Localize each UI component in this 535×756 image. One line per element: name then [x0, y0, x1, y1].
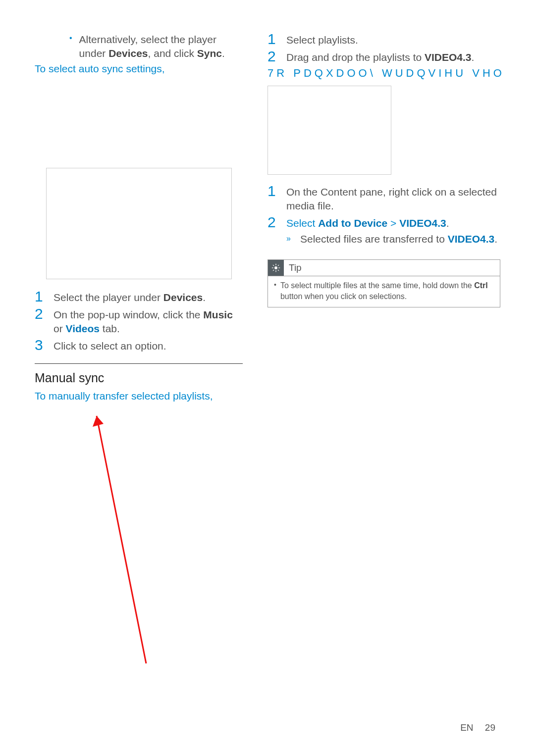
- step-text: Click to select an option.: [54, 338, 166, 353]
- text: Drag and drop the playlists to: [286, 51, 425, 63]
- step-number: 1: [268, 32, 286, 47]
- step-number: 2: [268, 215, 286, 230]
- keyword-music: Music: [203, 309, 233, 320]
- lead-manual-transfer: To manually transfer selected playlists,: [35, 390, 243, 402]
- step-number: 2: [268, 49, 286, 64]
- step-2: 2 On the pop-up window, click the Music …: [35, 306, 243, 335]
- tip-icon: [268, 260, 284, 276]
- text: tab.: [100, 323, 120, 334]
- footer-language: EN: [460, 722, 473, 733]
- text: button when you click on selections.: [280, 292, 407, 301]
- text: .: [472, 51, 475, 63]
- step-1: 1 Select the player under Devices.: [35, 289, 243, 304]
- figure-placeholder-left: [46, 168, 232, 279]
- text: .: [494, 233, 497, 245]
- step-3: 3 Click to select an option.: [35, 338, 243, 353]
- keyword-video43: VIDEO4.3: [448, 233, 495, 245]
- step-text: On the Content pane, right click on a se…: [286, 184, 500, 212]
- bullet-item: • Alternatively, select the player under…: [69, 33, 243, 60]
- keyword-devices: Devices: [108, 48, 148, 59]
- step-number: 1: [268, 184, 286, 199]
- keyword-video43: VIDEO4.3: [425, 51, 472, 63]
- text: , and click: [148, 48, 197, 59]
- tip-box: Tip • To select multiple files at the sa…: [268, 259, 500, 307]
- spacer: [35, 79, 243, 163]
- step-text: Select playlists.: [286, 32, 358, 47]
- keyword-devices: Devices: [163, 292, 203, 303]
- right-column: 1 Select playlists. 2 Drag and drop the …: [268, 30, 500, 406]
- step-number: 3: [35, 338, 54, 353]
- bullet-text: Alternatively, select the player under D…: [79, 33, 243, 60]
- text: Selected files are transferred to: [300, 233, 448, 245]
- bullet-dot-icon: •: [274, 280, 276, 290]
- tip-body: • To select multiple files at the same t…: [268, 276, 500, 306]
- section-separator: [35, 363, 243, 364]
- text: .: [446, 217, 449, 229]
- text: .: [203, 292, 206, 303]
- svg-point-0: [274, 266, 277, 269]
- text: On the pop-up window, click the: [54, 309, 203, 320]
- subheading-manual-sync: Manual sync: [35, 371, 243, 385]
- keyword-video43: VIDEO4.3: [399, 217, 446, 229]
- step-number: 2: [35, 306, 54, 321]
- footer-page-number: 29: [485, 722, 495, 733]
- step-text: Select Add to Device > VIDEO4.3.: [286, 215, 449, 230]
- text: To select multiple files at the same tim…: [280, 281, 474, 290]
- red-arrow-annotation: [92, 411, 191, 668]
- page-content: • Alternatively, select the player under…: [0, 0, 535, 426]
- page-footer: EN 29: [460, 722, 495, 733]
- mstep-2: 2 Select Add to Device > VIDEO4.3.: [268, 215, 500, 230]
- result-text: Selected files are transferred to VIDEO4…: [300, 232, 497, 246]
- step-number: 1: [35, 289, 54, 304]
- keyword-videos: Videos: [66, 323, 100, 334]
- svg-line-1: [97, 416, 146, 663]
- bullet-dot-icon: •: [69, 33, 72, 44]
- left-column: • Alternatively, select the player under…: [35, 30, 243, 406]
- keyword-ctrl: Ctrl: [474, 281, 488, 290]
- text: Select: [286, 217, 318, 229]
- result-arrow-icon: »: [286, 232, 300, 243]
- tip-text: To select multiple files at the same tim…: [280, 280, 494, 302]
- tip-bullet: • To select multiple files at the same t…: [274, 280, 494, 302]
- keyword-sync: Sync: [197, 48, 222, 59]
- rstep-1: 1 Select playlists.: [268, 32, 500, 47]
- tip-header: Tip: [268, 260, 500, 276]
- step-text: Select the player under Devices.: [54, 289, 206, 304]
- garbled-heading: 7R PDQXDOO\ WUDQVIHU VHO: [268, 67, 500, 80]
- sub-result: » Selected files are transferred to VIDE…: [286, 232, 500, 246]
- keyword-add-to-device: Add to Device: [318, 217, 387, 229]
- tip-label: Tip: [289, 262, 302, 273]
- step-text: On the pop-up window, click the Music or…: [54, 306, 243, 335]
- figure-placeholder-right: [268, 86, 391, 175]
- step-text: Drag and drop the playlists to VIDEO4.3.: [286, 49, 474, 64]
- text: Select the player under: [54, 292, 163, 303]
- lead-auto-sync: To select auto sync settings,: [35, 63, 243, 75]
- text: .: [222, 48, 225, 59]
- mstep-1: 1 On the Content pane, right click on a …: [268, 184, 500, 212]
- text: or: [54, 323, 66, 334]
- text: >: [387, 217, 399, 229]
- rstep-2: 2 Drag and drop the playlists to VIDEO4.…: [268, 49, 500, 64]
